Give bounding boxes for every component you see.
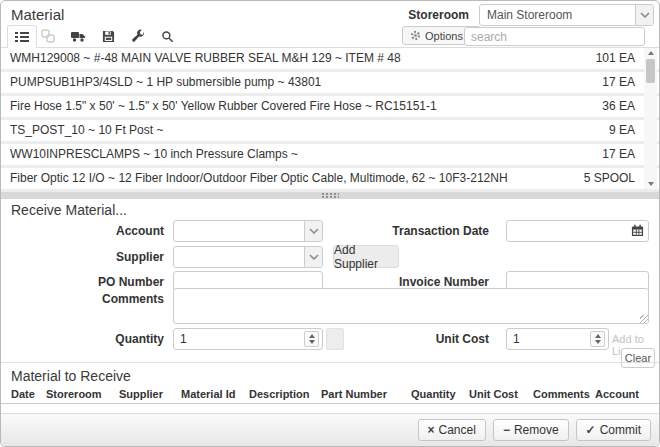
remove-button[interactable]: − Remove [493, 419, 569, 441]
search-input[interactable] [464, 27, 645, 46]
material-row-qty: 101 EA [596, 48, 635, 69]
transaction-date-label: Transaction Date [379, 224, 489, 238]
material-row[interactable]: WMH129008 ~ #-48 MAIN VALVE RUBBER SEAL … [1, 48, 659, 72]
dialog-footer: × Cancel − Remove ✓ Commit [1, 413, 659, 446]
po-number-label: PO Number [54, 275, 164, 289]
col-account: Account [595, 388, 641, 400]
add-supplier-button[interactable]: Add Supplier [333, 245, 399, 268]
save-icon[interactable] [100, 29, 116, 43]
material-row-text: Fiber Optic 12 I/O ~ 12 Fiber Indoor/Out… [10, 168, 508, 189]
resize-grip-icon[interactable] [640, 315, 648, 323]
cancel-button-label: Cancel [439, 423, 476, 437]
list-scrollbar[interactable] [644, 48, 657, 189]
material-row-qty: 9 EA [609, 120, 635, 141]
quantity-label: Quantity [54, 332, 164, 346]
material-row[interactable]: Fire Hose 1.5" x 50' ~ 1.5" x 50' Yellow… [1, 96, 659, 120]
search-icon[interactable] [159, 29, 175, 43]
material-row-text: PUMPSUB1HP3/4SLD ~ 1 HP submersible pump… [10, 72, 321, 93]
col-date: Date [11, 388, 46, 400]
unit-cost-stepper-arrows[interactable] [590, 331, 605, 347]
material-row-text: WMH129008 ~ #-48 MAIN VALVE RUBBER SEAL … [10, 48, 401, 69]
col-part-number: Part Number [321, 388, 411, 400]
quantity-stepper[interactable] [173, 328, 323, 350]
commit-button[interactable]: ✓ Commit [576, 419, 651, 441]
wrench-icon[interactable] [130, 29, 146, 43]
col-quantity: Quantity [411, 388, 469, 400]
calendar-icon[interactable] [631, 224, 644, 237]
chevron-down-icon[interactable] [304, 247, 322, 267]
material-row-qty: 5 SPOOL [584, 168, 635, 189]
material-row-text: WW10INPRESCLAMPS ~ 10 inch Pressure Clam… [10, 144, 298, 165]
material-dialog: Material Storeroom Main Storeroom [0, 0, 660, 447]
storeroom-select[interactable]: Main Storeroom [479, 4, 654, 26]
scrollbar-thumb[interactable] [646, 59, 655, 83]
table-header-divider [1, 403, 659, 404]
account-label: Account [54, 224, 164, 238]
scroll-down-icon[interactable] [644, 179, 657, 189]
col-storeroom: Storeroom [46, 388, 119, 400]
truck-icon[interactable] [70, 29, 86, 43]
material-to-receive-heading: Material to Receive [11, 368, 131, 384]
material-row[interactable]: PUMPSUB1HP3/4SLD ~ 1 HP submersible pump… [1, 72, 659, 96]
col-material-id: Material Id [181, 388, 249, 400]
commit-button-label: Commit [600, 423, 641, 437]
material-row[interactable]: TS_POST_10 ~ 10 Ft Post ~ 9 EA [1, 120, 659, 144]
material-toolbar: Options [1, 25, 659, 48]
material-row-text: Fire Hose 1.5" x 50' ~ 1.5" x 50' Yellow… [10, 96, 437, 117]
gear-icon [410, 30, 421, 41]
receive-material-heading: Receive Material... [11, 202, 127, 218]
scroll-up-icon[interactable] [644, 48, 657, 58]
material-row-text: TS_POST_10 ~ 10 Ft Post ~ [10, 120, 163, 141]
quantity-unit-addon [326, 328, 344, 350]
check-icon: ✓ [586, 423, 596, 437]
invoice-number-label: Invoice Number [379, 275, 489, 289]
account-select[interactable] [173, 220, 323, 242]
splitter-handle[interactable] [1, 192, 659, 199]
storeroom-label: Storeroom [399, 8, 469, 22]
material-list: WMH129008 ~ #-48 MAIN VALVE RUBBER SEAL … [1, 48, 659, 192]
dialog-title: Material [11, 6, 64, 23]
x-icon: × [428, 423, 435, 437]
comments-label: Comments [54, 292, 164, 306]
tab-material-list[interactable] [7, 25, 37, 48]
col-supplier: Supplier [119, 388, 181, 400]
material-row-qty: 36 EA [602, 96, 635, 117]
quantity-stepper-arrows[interactable] [304, 331, 319, 347]
chevron-down-icon[interactable] [304, 221, 322, 241]
material-to-receive-section: Material to Receive Date Storeroom Suppl… [1, 362, 659, 363]
kits-icon[interactable] [40, 29, 56, 43]
col-comments: Comments [533, 388, 595, 400]
options-button-label: Options [425, 30, 463, 42]
chevron-down-icon[interactable] [635, 5, 653, 25]
supplier-select[interactable] [173, 246, 323, 268]
storeroom-select-value: Main Storeroom [487, 8, 633, 22]
clear-button[interactable]: Clear [621, 348, 655, 368]
material-row-qty: 17 EA [602, 72, 635, 93]
minus-icon: − [503, 423, 510, 437]
material-row-qty: 17 EA [602, 144, 635, 165]
comments-textarea[interactable] [173, 288, 649, 324]
supplier-label: Supplier [54, 250, 164, 264]
material-row[interactable]: WW10INPRESCLAMPS ~ 10 inch Pressure Clam… [1, 144, 659, 168]
col-description: Description [249, 388, 321, 400]
unit-cost-label: Unit Cost [379, 332, 489, 346]
cancel-button[interactable]: × Cancel [418, 419, 486, 441]
drag-grip-icon [322, 193, 339, 198]
list-view-icon [15, 30, 29, 44]
material-row[interactable]: Fiber Optic 12 I/O ~ 12 Fiber Indoor/Out… [1, 168, 659, 192]
table-header-row: Date Storeroom Supplier Material Id Desc… [11, 388, 651, 400]
remove-button-label: Remove [514, 423, 559, 437]
col-unit-cost: Unit Cost [469, 388, 533, 400]
transaction-date-input[interactable] [506, 220, 649, 242]
